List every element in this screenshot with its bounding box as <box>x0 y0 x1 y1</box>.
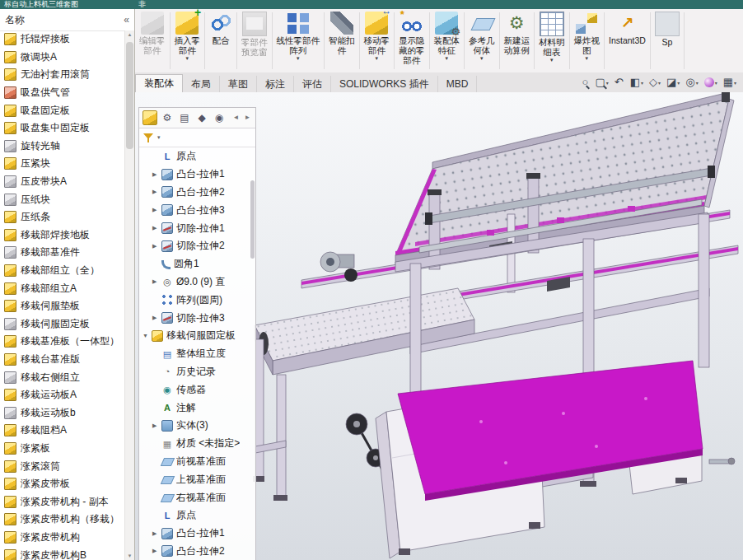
part-list-item[interactable]: 压紧块 <box>0 155 125 173</box>
edit-appearance-icon[interactable]: ▾ <box>704 77 717 87</box>
part-list-item[interactable]: 涨紧皮带机构（移栽） <box>0 511 125 529</box>
part-list-item[interactable]: 压纸块 <box>0 190 125 208</box>
part-list-item[interactable]: 移栽伺服固定板 <box>0 315 125 334</box>
part-list-item[interactable]: 吸盘固定板 <box>0 101 125 119</box>
display-style-icon[interactable]: ◪ ▾ <box>666 76 680 89</box>
feature-tree-item[interactable]: ▶ 切除-拉伸1 <box>139 219 255 237</box>
ribbon-button[interactable]: 零部件 预览窗 <box>239 9 270 72</box>
ribbon-button[interactable]: Sp <box>652 9 682 72</box>
part-list-item[interactable]: 移栽基准板（一体型） <box>0 333 125 351</box>
dimxpertmanager-tab-icon[interactable]: ◆ <box>194 110 209 125</box>
ribbon-button[interactable]: 编辑零 部件 <box>137 9 168 72</box>
ribbon-button[interactable]: 装配体 特征 ▼ <box>432 9 463 72</box>
part-list-item[interactable]: 吸盘集中固定板 <box>0 119 125 138</box>
collapse-panel-button[interactable]: « <box>124 14 129 26</box>
scroll-down-icon[interactable]: ▼ <box>125 553 134 558</box>
feature-tree-item[interactable]: 阵列(圆周) <box>139 291 255 309</box>
feature-tree-item[interactable]: ▶ 凸台-拉伸2 <box>139 184 255 202</box>
zoom-area-icon[interactable]: ▢ ▾ <box>595 76 608 89</box>
expand-arrow-icon[interactable]: ▶ <box>152 243 161 250</box>
command-tab[interactable]: SOLIDWORKS 插件 <box>331 76 438 92</box>
graphics-viewport[interactable]: ⚙ ▤ ◆ ◉ ◄ ► ▾ <box>135 92 743 560</box>
feature-tree-item[interactable]: ▼ 移栽伺服固定板 <box>139 327 255 345</box>
expand-arrow-icon[interactable]: ▶ <box>152 189 161 195</box>
featuremanager-tab-icon[interactable] <box>143 110 157 125</box>
expand-arrow-icon[interactable]: ▶ <box>152 315 161 321</box>
feature-tree-item[interactable]: 圆角1 <box>139 255 255 273</box>
expand-arrow-icon[interactable]: ▶ <box>152 530 161 537</box>
tree-scrollbar-thumb[interactable] <box>250 180 255 259</box>
scroll-up-icon[interactable]: ▲ <box>125 32 134 37</box>
expand-arrow-icon[interactable]: ▼ <box>143 333 151 338</box>
part-list-item[interactable]: 移栽运动板b <box>0 404 125 422</box>
scroll-right-icon[interactable]: ► <box>243 110 252 125</box>
part-list-item[interactable]: 涨紧皮带机构B <box>0 546 125 560</box>
feature-tree-item[interactable]: ▶ 切除-拉伸2 <box>139 237 255 255</box>
scrollbar-thumb[interactable] <box>126 42 133 149</box>
expand-arrow-icon[interactable]: ▶ <box>152 548 161 554</box>
expand-arrow-icon[interactable]: ▶ <box>152 207 161 213</box>
feature-tree-item[interactable]: 材质 <未指定> <box>139 435 255 453</box>
expand-arrow-icon[interactable]: ▶ <box>152 278 161 285</box>
feature-tree-item[interactable]: 原点 <box>139 506 255 525</box>
expand-arrow-icon[interactable]: ▶ <box>152 171 161 178</box>
view-orientation-icon[interactable]: ◇ ▾ <box>649 76 661 89</box>
scroll-left-icon[interactable]: ◄ <box>231 110 241 125</box>
command-tab[interactable]: 草图 <box>220 76 257 92</box>
feature-tree-item[interactable]: ▶ 切除-拉伸3 <box>139 309 255 327</box>
section-view-icon[interactable]: ◧ ▾ <box>630 76 643 89</box>
feature-tree-item[interactable]: 传感器 <box>139 380 255 399</box>
ribbon-button[interactable]: 移动零 部件 ▼ <box>362 9 393 72</box>
ribbon-button[interactable]: 爆炸视 图 ▼ <box>572 9 603 72</box>
ribbon-button[interactable]: 显示隐 藏的零 部件 <box>396 9 428 72</box>
feature-tree-item[interactable]: 历史记录 <box>139 363 255 381</box>
feature-tree-item[interactable]: ▶ 凸台-拉伸2 <box>139 543 255 560</box>
feature-tree-item[interactable]: ▶ 实体(3) <box>139 417 255 435</box>
ribbon-button[interactable]: 智能扣 件 <box>326 9 357 72</box>
zoom-fit-icon[interactable]: ○ <box>582 76 590 89</box>
hide-show-items-icon[interactable]: ◎ ▾ <box>685 76 698 89</box>
part-list-item[interactable]: 涨紧皮带机构 <box>0 529 125 547</box>
part-list-item[interactable]: 移栽右侧组立 <box>0 368 125 386</box>
ribbon-button[interactable]: 参考几 何体 ▼ <box>466 9 498 72</box>
feature-tree-item[interactable]: 右视基准面 <box>139 488 255 506</box>
feature-tree-item[interactable]: ▶ 凸台-拉伸3 <box>139 201 255 219</box>
propertymanager-tab-icon[interactable]: ⚙ <box>160 110 175 125</box>
parts-list-scrollbar[interactable]: ▲ ▼ <box>124 30 134 560</box>
part-list-item[interactable]: 涨紧滚筒 <box>0 457 125 475</box>
part-list-item[interactable]: 移栽部组立（全） <box>0 262 125 280</box>
command-tab[interactable]: 评估 <box>294 76 331 92</box>
ribbon-button[interactable]: 配合 <box>207 9 235 72</box>
part-list-item[interactable]: 移栽部焊接地板 <box>0 226 125 245</box>
feature-tree-item[interactable]: ▶ 凸台-拉伸1 <box>139 166 255 184</box>
part-list-item[interactable]: 涨紧板 <box>0 440 125 458</box>
part-list-item[interactable]: 涨紧皮带板 <box>0 475 125 493</box>
expand-arrow-icon[interactable]: ▶ <box>152 422 161 429</box>
ribbon-button[interactable]: 材料明 细表 ▼ <box>536 9 568 72</box>
expand-arrow-icon[interactable]: ▶ <box>152 225 161 231</box>
displaymanager-tab-icon[interactable]: ◉ <box>212 110 227 125</box>
feature-tree-item[interactable]: 上视基准面 <box>139 470 255 488</box>
command-tab[interactable]: 装配体 <box>135 74 183 92</box>
part-list-item[interactable]: 移栽部组立A <box>0 279 125 297</box>
feature-tree-item[interactable]: 原点 <box>139 147 255 166</box>
part-list-item[interactable]: 移栽伺服垫板 <box>0 297 125 315</box>
feature-tree-item[interactable]: ▶ Ø9.0 (9) 直 <box>139 273 255 292</box>
filter-caret-icon[interactable]: ▾ <box>157 134 161 141</box>
ribbon-button[interactable]: 新建运 动算例 <box>502 9 533 72</box>
feature-tree-item[interactable]: ▶ 凸台-拉伸1 <box>139 525 255 543</box>
configurationmanager-tab-icon[interactable]: ▤ <box>177 110 192 125</box>
tree-scrollbar[interactable] <box>250 147 255 560</box>
ribbon-button[interactable]: 线性零部件 阵列 ▼ <box>274 9 323 72</box>
filter-icon[interactable] <box>143 133 154 143</box>
part-list-item[interactable]: 旋转光轴 <box>0 138 125 156</box>
part-list-item[interactable]: 涨紧皮带机构 - 副本 <box>0 492 125 511</box>
part-list-item[interactable]: 无油衬套用滚筒 <box>0 66 125 84</box>
part-list-item[interactable]: 压皮带块A <box>0 173 125 191</box>
previous-view-icon[interactable]: ↶ <box>614 76 624 89</box>
command-tab[interactable]: 布局 <box>183 76 220 92</box>
part-list-item[interactable]: 移栽台基准版 <box>0 351 125 369</box>
ribbon-button[interactable]: 插入零 部件 ▼ <box>172 9 203 72</box>
feature-tree-item[interactable]: 前视基准面 <box>139 453 255 471</box>
part-list-item[interactable]: 吸盘供气管 <box>0 84 125 102</box>
